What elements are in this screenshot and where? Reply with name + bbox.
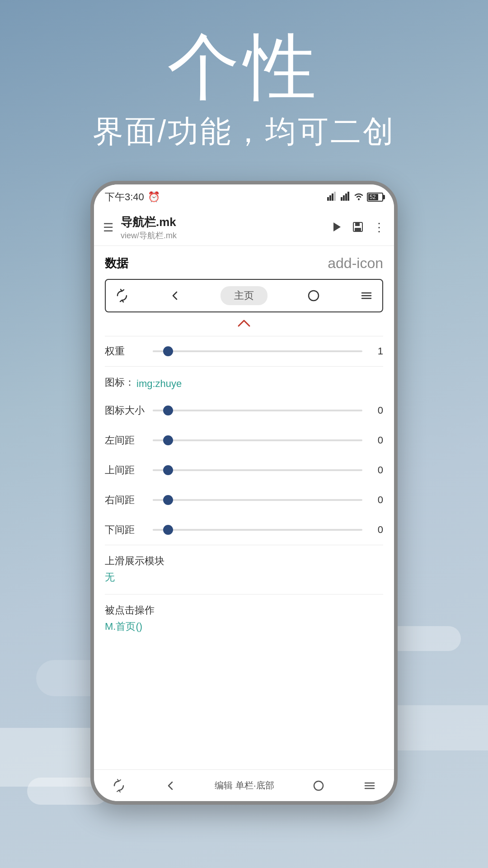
left-margin-slider[interactable] bbox=[153, 439, 362, 441]
icon-label: 图标： bbox=[105, 376, 135, 389]
hero-section: 个性 界面/功能，均可二创 bbox=[0, 0, 488, 170]
save-icon[interactable] bbox=[352, 221, 364, 235]
left-margin-label: 左间距 bbox=[105, 434, 145, 447]
left-margin-value: 0 bbox=[370, 434, 383, 446]
bottom-center-label: 编辑 单栏·底部 bbox=[215, 779, 274, 792]
weight-value: 1 bbox=[370, 345, 383, 357]
hamburger-menu-icon[interactable]: ☰ bbox=[103, 221, 113, 235]
click-action-row: 被点击操作 M.首页() bbox=[94, 594, 394, 637]
svg-rect-2 bbox=[332, 193, 333, 201]
section-title: 数据 bbox=[105, 255, 128, 271]
bottom-margin-slider[interactable] bbox=[153, 529, 362, 531]
bottom-margin-value: 0 bbox=[370, 524, 383, 536]
title-actions: ⋮ bbox=[330, 221, 385, 235]
nav-circle-item bbox=[307, 289, 320, 302]
icon-size-slider-row: 图标大小 0 bbox=[94, 396, 394, 425]
file-title: 导航栏.mk bbox=[121, 214, 323, 230]
battery-icon: 52 bbox=[367, 193, 383, 202]
right-margin-value: 0 bbox=[370, 494, 383, 506]
click-action-value[interactable]: M.首页() bbox=[105, 620, 383, 633]
title-info: 导航栏.mk view/导航栏.mk bbox=[121, 214, 323, 241]
bottom-margin-label: 下间距 bbox=[105, 523, 145, 537]
bottom-nav-text: 编辑 单栏·底部 bbox=[215, 779, 274, 792]
alarm-icon: ⏰ bbox=[148, 191, 160, 203]
content-area: 数据 add-icon 主页 bbox=[94, 246, 394, 769]
play-icon[interactable] bbox=[330, 221, 343, 235]
add-button[interactable]: add-icon bbox=[328, 255, 383, 272]
svg-rect-12 bbox=[355, 228, 361, 231]
weight-slider[interactable] bbox=[153, 350, 362, 352]
top-margin-slider[interactable] bbox=[153, 469, 362, 471]
status-time: 下午3:40 bbox=[105, 190, 144, 204]
status-bar: 下午3:40 ⏰ bbox=[94, 184, 394, 210]
signal-icon bbox=[327, 192, 337, 203]
bottom-nav-bar: 编辑 单栏·底部 bbox=[94, 769, 394, 801]
right-margin-slider-row: 右间距 0 bbox=[94, 485, 394, 515]
bottom-margin-slider-row: 下间距 0 bbox=[94, 515, 394, 545]
hero-sub-text: 界面/功能，均可二创 bbox=[0, 111, 488, 152]
title-bar: ☰ 导航栏.mk view/导航栏.mk ⋮ bbox=[94, 210, 394, 246]
svg-rect-0 bbox=[327, 197, 329, 201]
svg-rect-5 bbox=[343, 195, 345, 201]
svg-rect-3 bbox=[334, 192, 336, 201]
icon-value[interactable]: img:zhuye bbox=[136, 378, 182, 390]
right-margin-label: 右间距 bbox=[105, 493, 145, 507]
click-action-label: 被点击操作 bbox=[105, 604, 383, 617]
svg-point-8 bbox=[358, 198, 360, 200]
svg-rect-7 bbox=[347, 192, 349, 201]
nav-home-label: 主页 bbox=[234, 290, 254, 301]
svg-marker-9 bbox=[333, 222, 341, 231]
nav-home-button[interactable]: 主页 bbox=[221, 286, 267, 305]
nav-refresh-item bbox=[115, 288, 129, 303]
slide-module-row: 上滑展示模块 无 bbox=[94, 545, 394, 588]
icon-size-slider[interactable] bbox=[153, 410, 362, 411]
signal-icon2 bbox=[341, 192, 351, 203]
left-margin-slider-row: 左间距 0 bbox=[94, 425, 394, 455]
top-margin-slider-row: 上间距 0 bbox=[94, 455, 394, 485]
status-left: 下午3:40 ⏰ bbox=[105, 190, 160, 204]
bottom-menu-item[interactable] bbox=[363, 779, 376, 792]
nav-lines-item bbox=[360, 289, 373, 302]
hero-main-text: 个性 bbox=[0, 27, 488, 107]
top-margin-label: 上间距 bbox=[105, 463, 145, 477]
svg-rect-4 bbox=[341, 197, 343, 201]
bottom-refresh-item[interactable] bbox=[112, 779, 126, 793]
bottom-home-item[interactable] bbox=[312, 779, 325, 792]
nav-preview: 主页 bbox=[105, 279, 383, 312]
weight-slider-row: 权重 1 bbox=[94, 336, 394, 366]
svg-rect-6 bbox=[345, 193, 347, 201]
slide-module-label: 上滑展示模块 bbox=[105, 554, 383, 568]
section-header: 数据 add-icon bbox=[94, 246, 394, 279]
top-margin-value: 0 bbox=[370, 464, 383, 476]
nav-back-item bbox=[169, 289, 181, 302]
slide-module-value[interactable]: 无 bbox=[105, 571, 383, 584]
phone-frame: 下午3:40 ⏰ bbox=[90, 181, 398, 805]
expand-indicator[interactable] bbox=[94, 316, 394, 336]
file-path: view/导航栏.mk bbox=[121, 230, 323, 241]
more-icon[interactable]: ⋮ bbox=[373, 221, 385, 235]
right-margin-slider[interactable] bbox=[153, 499, 362, 501]
svg-point-13 bbox=[309, 291, 319, 301]
wifi-icon bbox=[353, 192, 364, 203]
bottom-back-item[interactable] bbox=[164, 779, 177, 792]
svg-rect-11 bbox=[355, 222, 360, 226]
svg-point-17 bbox=[314, 781, 323, 790]
icon-row: 图标： img:zhuye bbox=[94, 367, 394, 396]
weight-label: 权重 bbox=[105, 344, 145, 358]
status-right: 52 bbox=[327, 192, 383, 203]
svg-rect-1 bbox=[329, 195, 331, 201]
icon-size-value: 0 bbox=[370, 405, 383, 416]
icon-size-label: 图标大小 bbox=[105, 404, 145, 417]
